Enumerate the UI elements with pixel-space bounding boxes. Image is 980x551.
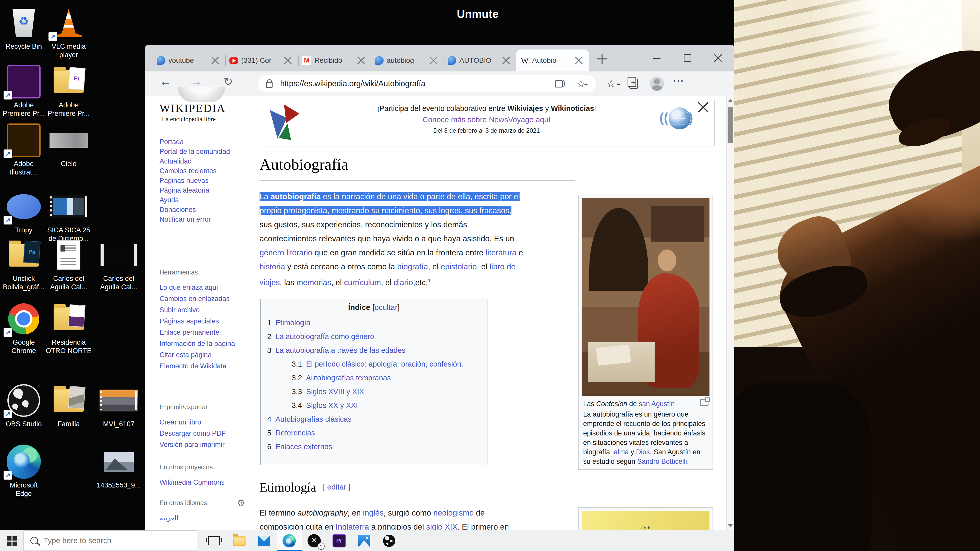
obs-button[interactable] — [377, 530, 402, 551]
wikipedia-wordmark[interactable]: WIKIPEDIA — [159, 102, 226, 115]
sidebar-link[interactable]: Portal de la comunidad — [159, 147, 244, 156]
taskbar-search[interactable] — [24, 530, 197, 551]
scroll-down-arrow[interactable] — [728, 524, 733, 527]
toc-link[interactable]: Autobiografías tempranas — [306, 374, 391, 382]
scrollbar-thumb[interactable] — [728, 107, 733, 143]
browser-tab[interactable]: youtube — [153, 49, 225, 71]
tab-close-icon[interactable] — [211, 57, 219, 64]
desktop-icon[interactable]: ↗ Residencia OTRO NORTE — [45, 301, 92, 355]
toc-item[interactable]: 6Enlaces externos — [267, 440, 487, 454]
desktop-icon[interactable]: ↗ Adobe Premiere Pr... — [0, 64, 48, 118]
desktop-icon[interactable]: ↗ 14352553_9... — [95, 444, 142, 489]
desktop-icon[interactable]: ↗ Unclick Bolivia_gráf... — [0, 237, 48, 291]
toc-link[interactable]: Etimología — [275, 319, 310, 327]
search-input[interactable] — [43, 536, 177, 545]
toc-link[interactable]: La autobiografía a través de las edades — [275, 346, 405, 354]
read-aloud-icon[interactable] — [554, 78, 566, 89]
desktop-icon[interactable]: ↗ Tropy — [0, 189, 48, 234]
refresh-icon[interactable]: ↻ — [221, 75, 236, 88]
page-scrollbar[interactable] — [726, 96, 734, 530]
expand-image-icon[interactable] — [700, 399, 708, 406]
close-button[interactable] — [710, 49, 727, 67]
sidebar-link[interactable]: Información de la página — [159, 338, 241, 349]
sidebar-link[interactable]: Cambios en enlazadas — [159, 293, 241, 304]
saint-augustine-painting[interactable] — [582, 198, 710, 395]
desktop-icon[interactable]: ↗ Adobe Illustrat... — [0, 122, 48, 176]
profile-avatar[interactable] — [650, 76, 664, 91]
maximize-button[interactable] — [679, 49, 696, 67]
desktop-icon[interactable]: ↗ Google Chrome — [0, 301, 48, 355]
sidebar-link[interactable]: Descargar como PDF — [159, 428, 241, 439]
banner-close-icon[interactable] — [698, 102, 708, 112]
sidebar-link[interactable]: Cambios recientes — [159, 166, 244, 176]
tab-close-icon[interactable] — [357, 57, 365, 64]
tab-close-icon[interactable] — [575, 57, 583, 64]
tab-close-icon[interactable] — [284, 57, 292, 64]
banner-link[interactable]: Conoce más sobre NewsVoyage aquí — [325, 115, 648, 124]
sidebar-link[interactable]: Donaciones — [159, 205, 244, 214]
task-view-button[interactable] — [202, 530, 227, 551]
toc-link[interactable]: Siglos XX y XXI — [306, 401, 358, 410]
desktop-icon[interactable]: ↗ VLC media player — [45, 5, 92, 59]
browser-tab[interactable]: AUTOBIO — [444, 49, 516, 71]
gear-icon[interactable]: ⚙ — [237, 498, 245, 508]
toc-link[interactable]: El período clásico: apología, oración, c… — [306, 360, 463, 368]
toc-item[interactable]: 2La autobiografía como género — [267, 330, 487, 343]
tab-close-icon[interactable] — [430, 57, 437, 64]
sidebar-link[interactable]: العربية — [159, 513, 241, 524]
sidebar-link[interactable]: Ayuda — [159, 195, 244, 205]
toc-link[interactable]: La autobiografía como género — [275, 332, 374, 341]
back-icon[interactable]: ← — [158, 75, 173, 88]
sidebar-link[interactable]: Notificar un error — [159, 214, 244, 224]
desktop-icon[interactable]: ↗ Carlos del Aguila Cal... — [95, 237, 142, 291]
sidebar-link[interactable]: Actualidad — [159, 156, 244, 166]
browser-tab[interactable]: (331) Cor — [225, 49, 298, 71]
xbox-button[interactable]: 1 — [302, 530, 327, 551]
toc-link[interactable]: Referencias — [275, 429, 315, 437]
toc-hide-toggle[interactable]: [ocultar] — [372, 303, 400, 311]
toc-link[interactable]: Enlaces externos — [275, 443, 332, 451]
collections-icon[interactable] — [629, 79, 638, 89]
desktop-icon[interactable]: ↗ Microsoft Edge — [0, 444, 48, 498]
wikipedia-globe-logo[interactable] — [178, 87, 225, 102]
toc-link[interactable]: Siglos XVIII y XIX — [306, 387, 364, 395]
minimize-button[interactable] — [648, 49, 666, 67]
toc-item[interactable]: 4Autobiografías clásicas — [267, 412, 487, 426]
mail-button[interactable] — [251, 530, 277, 551]
toc-item[interactable]: 3.1El período clásico: apología, oración… — [267, 357, 487, 371]
toc-item[interactable]: 1Etimología — [267, 316, 487, 330]
unmute-button[interactable]: Unmute — [457, 8, 499, 21]
new-tab-button[interactable] — [597, 54, 607, 64]
photos-button[interactable] — [352, 530, 377, 551]
browser-tab[interactable]: Recibido — [298, 49, 371, 71]
sidebar-link[interactable]: Portada — [159, 137, 244, 147]
favorites-icon[interactable]: ☆ — [606, 78, 616, 90]
add-favorite-icon[interactable]: ☆ — [575, 78, 587, 89]
premiere-button[interactable]: Pr — [327, 530, 352, 551]
sidebar-link[interactable]: Elemento de Wikidata — [159, 360, 241, 372]
sidebar-link[interactable]: Páginas especiales — [159, 316, 241, 327]
settings-more-icon[interactable]: ⋯ — [673, 74, 684, 87]
toc-item[interactable]: 3.4Siglos XX y XXI — [267, 399, 487, 412]
scroll-up-arrow[interactable] — [728, 99, 733, 102]
desktop-icon[interactable]: ↗ SICA SICA 25 de Diciemb... — [45, 189, 92, 243]
edge-button[interactable] — [277, 530, 302, 551]
desktop-icon[interactable]: ↗ OBS Studio — [0, 383, 48, 428]
toc-item[interactable]: 5Referencias — [267, 426, 487, 440]
browser-tab[interactable]: autobiog — [371, 49, 444, 71]
toc-item[interactable]: 3.2Autobiografías tempranas — [267, 371, 487, 385]
sidebar-link[interactable]: Lo que enlaza aquí — [159, 282, 241, 293]
browser-tab[interactable]: Autobio — [516, 49, 589, 71]
sidebar-link[interactable]: Crear un libro — [159, 416, 241, 428]
sidebar-link[interactable]: Citar esta página — [159, 349, 241, 360]
sidebar-link[interactable]: Subir archivo — [159, 304, 241, 316]
desktop-icon[interactable]: ↗ MVI_6107 — [95, 383, 142, 428]
desktop-icon[interactable]: ↗ Cielo — [45, 122, 92, 168]
sidebar-link[interactable]: Wikimedia Commons — [159, 477, 241, 488]
file-explorer-button[interactable] — [227, 530, 251, 551]
desktop-icon[interactable]: ↗ Recycle Bin — [0, 5, 48, 51]
sidebar-link[interactable]: Páginas nuevas — [159, 176, 244, 186]
toc-link[interactable]: Autobiografías clásicas — [275, 415, 352, 423]
toc-item[interactable]: 3La autobiografía a través de las edades — [267, 343, 487, 357]
sidebar-link[interactable]: Versión para imprimir — [159, 439, 241, 450]
